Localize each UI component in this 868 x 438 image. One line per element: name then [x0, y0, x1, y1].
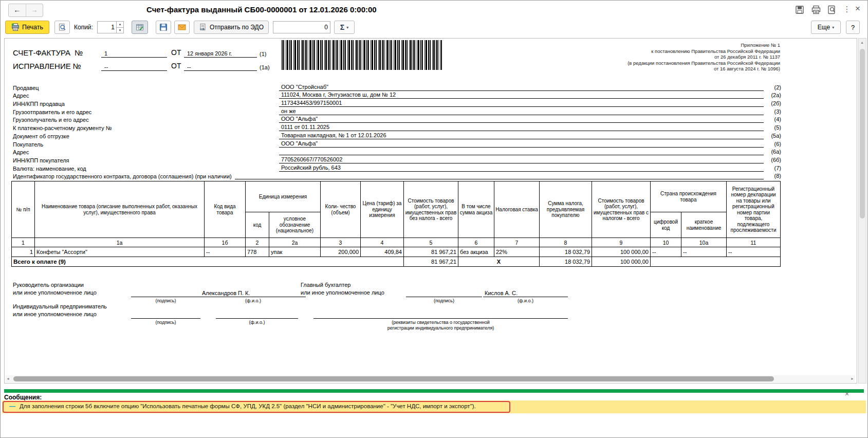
save-icon[interactable] [795, 5, 805, 15]
accountant-signature-caption: (подпись) [406, 298, 482, 304]
total-row: Всего к оплате (9) 81 967,21 X 18 032,79… [12, 257, 781, 267]
barcode [282, 40, 442, 70]
col-header-tax-rate: Налоговая ставка [494, 181, 540, 238]
print-icon[interactable] [811, 5, 821, 15]
col-header-num: № п/п [12, 181, 35, 238]
window-close-icon[interactable]: × [854, 4, 862, 14]
entrepreneur-name-line [216, 311, 298, 319]
sigma-icon: Σ [340, 23, 344, 31]
print-preview-button[interactable] [54, 21, 70, 34]
field-row-seller: ПродавецООО "Стройснаб"(2) [13, 83, 781, 91]
entrepreneur-certificate-line [313, 311, 568, 319]
col-header-kind-code: Код вида товара [205, 181, 246, 238]
correction-date-value: -- [184, 61, 257, 71]
col-header-excise: В том числе сумма акциза [458, 181, 494, 238]
kebab-menu-icon[interactable]: ⋮ [843, 4, 851, 14]
vertical-scrollbar-thumb[interactable] [860, 49, 865, 218]
correction-from-label: ОТ [171, 62, 181, 70]
print-button-label: Печать [22, 24, 43, 31]
forward-button[interactable]: → [26, 4, 43, 16]
copies-stepper[interactable]: 1 ▲ ▼ [97, 21, 124, 33]
field-row-buyer-inn: ИНН/КПП покупателя7705260667/770526002(6… [13, 155, 781, 163]
table-edit-icon [136, 23, 144, 31]
total-x: X [458, 257, 540, 267]
nav-button-group: ← → [8, 4, 43, 17]
col-header-cost-with-tax: Стоимость товаров (работ, услуг), имущес… [592, 181, 651, 238]
count-field[interactable]: 0 [273, 21, 330, 33]
more-button-label: Еще [818, 24, 830, 31]
field-row-seller-address: Адрес111024, Москва г, Энтузиастов ш, до… [13, 91, 781, 99]
edo-button-label: Отправить по ЭДО [210, 24, 264, 31]
correction-title-label: ИСПРАВЛЕНИЕ № [13, 62, 81, 70]
scroll-up-icon[interactable]: ▲ [860, 39, 864, 46]
column-numbers-row: 11а 1б2 2а3 45 67 89 1010а 11 [12, 238, 781, 247]
accountant-signature-line [406, 289, 482, 297]
entrepreneur-certificate-caption: (реквизиты свидетельства о государственн… [313, 320, 568, 331]
save-file-button[interactable] [156, 21, 171, 34]
field-row-buyer-address: Адрес(6а) [13, 148, 781, 156]
page-title: Счет-фактура выданный СБ00-0000001 от 12… [146, 5, 377, 14]
scroll-right-icon[interactable]: ► [851, 375, 854, 382]
field-row-consignee: Грузополучатель и его адресООО "Альфа"(4… [13, 115, 781, 123]
more-button[interactable]: Еще ▾ [811, 21, 841, 34]
field-row-payment-doc: К платежно-расчетному документу №0111 от… [13, 123, 781, 131]
entrepreneur-signature-caption: (подпись) [131, 320, 200, 325]
correction-number-value: -- [101, 61, 167, 71]
table-settings-button[interactable] [132, 21, 148, 34]
sum-dropdown-icon: ▾ [346, 25, 348, 30]
message-text: Для заполнения строки 5б включите опцию … [20, 403, 476, 409]
print-button-icon [11, 23, 20, 31]
head-name-line: Александров П. К. [200, 289, 306, 297]
col-header-unit-symbol: условное обозначение (национальное) [269, 212, 321, 238]
copies-label: Копий: [74, 24, 93, 31]
invoice-requisites: ПродавецООО "Стройснаб"(2) Адрес111024, … [13, 83, 781, 179]
total-cost-with-tax: 100 000,00 [592, 257, 651, 267]
head-name-caption: (ф.и.о.) [200, 298, 306, 304]
spin-down-icon[interactable]: ▼ [117, 28, 123, 33]
help-button-label: ? [851, 24, 855, 31]
correction-line-ref: (1а) [260, 64, 270, 70]
entrepreneur-signature-line [131, 311, 200, 319]
col-header-price: Цена (тариф) за единицу измерения [361, 181, 404, 238]
field-row-buyer: ПокупательООО "Альфа"(6) [13, 139, 781, 148]
col-header-name: Наименование товара (описание выполненны… [35, 181, 205, 238]
head-signature-caption: (подпись) [131, 298, 200, 304]
entrepreneur-title: Индивидуальный предпринимательили иное у… [13, 303, 107, 318]
head-signature-title: Руководитель организацииили иное уполном… [13, 281, 97, 297]
invoice-title-label: СЧЕТ-ФАКТУРА № [13, 48, 83, 57]
copies-spin-buttons: ▲ ▼ [116, 22, 123, 33]
horizontal-scrollbar[interactable]: ◄ ► [5, 375, 855, 382]
entrepreneur-name-caption: (ф.и.о.) [216, 320, 298, 325]
more-dropdown-icon: ▾ [832, 25, 834, 30]
total-cost-wo-tax: 81 967,21 [404, 257, 458, 267]
messages-title: Сообщения: [4, 394, 42, 401]
head-signature-line [131, 289, 200, 297]
invoice-date-value: 12 января 2026 г. [184, 47, 257, 58]
send-email-button[interactable] [174, 21, 190, 34]
print-button[interactable]: Печать [5, 21, 49, 34]
copies-value: 1 [98, 24, 116, 31]
edo-doc-icon [199, 23, 207, 31]
horizontal-scrollbar-thumb[interactable] [13, 376, 774, 381]
floppy-icon [159, 23, 168, 31]
field-row-seller-inn: ИНН/КПП продавца1173434453/997150001(2б) [13, 99, 781, 107]
spin-up-icon[interactable]: ▲ [117, 22, 123, 28]
messages-close-icon[interactable]: × [845, 390, 849, 398]
back-button[interactable]: ← [9, 4, 26, 16]
print-preview-icon [58, 23, 66, 31]
scroll-left-icon[interactable]: ◄ [6, 375, 10, 382]
accountant-signature-title: Главный бухгалтерили иное уполномоченное… [301, 281, 384, 297]
back-arrow-icon: ← [13, 6, 21, 14]
field-row-currency: Валюта: наименование, кодРоссийский рубл… [13, 163, 781, 172]
message-bullet-icon: — [9, 403, 15, 410]
help-button[interactable]: ? [846, 21, 860, 34]
preview-icon[interactable] [827, 5, 837, 15]
status-separator-bar [4, 389, 864, 393]
field-row-gov-contract: Идентификатор государственного контракта… [13, 172, 781, 180]
invoice-number-value: 1 [101, 47, 167, 58]
invoice-line-ref: (1) [260, 51, 266, 57]
col-header-unit-group: Единица измерения [246, 181, 321, 212]
send-edo-button[interactable]: Отправить по ЭДО [194, 21, 269, 34]
vertical-scrollbar[interactable]: ▲ [858, 38, 866, 384]
sum-button[interactable]: Σ ▾ [334, 21, 355, 34]
